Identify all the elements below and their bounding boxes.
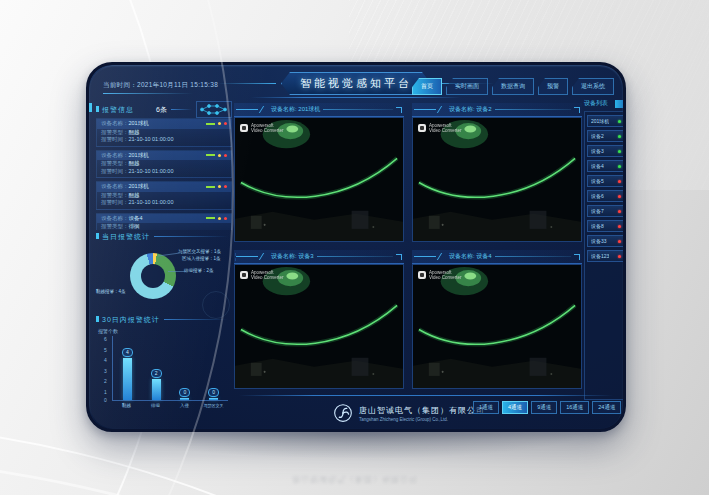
status-dot-offline xyxy=(618,195,621,198)
device-name: 设备3 xyxy=(591,148,604,154)
alarm-time-label: 报警时间： xyxy=(101,136,129,142)
nav-alert-button[interactable]: 预警 xyxy=(538,78,568,95)
company-logo-icon xyxy=(333,403,353,423)
ytick: 1 xyxy=(104,390,107,394)
video-feed[interactable]: Apowersoft Video Converter xyxy=(234,117,404,242)
bar-chart-categories: 翻越 徘徊 入侵 与禁区交叉 xyxy=(112,403,228,408)
status-dot-offline xyxy=(618,255,621,258)
alarm-severity-leds xyxy=(206,154,227,157)
device-item[interactable]: 设备6 xyxy=(587,190,625,202)
device-item[interactable]: 设备7 xyxy=(587,205,625,217)
alarm-type-label: 报警类型： xyxy=(101,129,129,135)
watermark-line2: Video Converter xyxy=(429,275,461,280)
donut-callout-line xyxy=(158,252,180,256)
device-name: 设备5 xyxy=(591,178,604,184)
video-frame-art xyxy=(413,265,581,388)
nav-query-button[interactable]: 数据查询 xyxy=(492,78,534,95)
nav-home-button[interactable]: 首页 xyxy=(412,78,442,95)
video-tile-1[interactable]: 设备名称: 201球机 xyxy=(234,103,404,242)
device-name: 设备8 xyxy=(591,223,604,229)
channel-4-button[interactable]: 4通道 xyxy=(502,401,528,414)
device-item[interactable]: 设备8 xyxy=(587,220,625,232)
today-stats-header: 当日报警统计 xyxy=(96,230,232,243)
alarm-severity-leds xyxy=(206,217,227,220)
title-wing-left xyxy=(218,83,276,84)
alarm-time-value: 21-10-10 01:00:00 xyxy=(129,199,174,205)
status-dot-online xyxy=(618,150,621,153)
monthly-stats-title: 30日内报警统计 xyxy=(96,315,160,325)
video-tile-header: 设备名称: 设备2 xyxy=(412,103,582,117)
monthly-alarm-bar-chart: 6 5 4 3 2 1 0 4 2 0 0 xyxy=(112,336,228,401)
video-feed[interactable]: Apowersoft Video Converter xyxy=(234,264,404,389)
device-name: 设备7 xyxy=(591,208,604,214)
bar-slot: 0 xyxy=(200,336,228,400)
alarm-type-label: 报警类型： xyxy=(101,192,129,198)
bar-value: 4 xyxy=(122,348,133,357)
alarm-type-label: 报警类型： xyxy=(101,160,129,166)
section-line xyxy=(154,236,228,237)
bar-slot: 0 xyxy=(171,336,199,400)
status-dot-online xyxy=(618,120,621,123)
device-item[interactable]: 201球机 xyxy=(587,115,625,127)
device-name: 设备2 xyxy=(591,133,604,139)
device-name: 201球机 xyxy=(591,118,609,124)
device-item[interactable]: 设备123 xyxy=(587,250,625,262)
channel-16-button[interactable]: 16通道 xyxy=(560,401,589,414)
video-frame-art xyxy=(235,118,403,241)
alarm-entry[interactable]: 设备名称：201球机 报警类型：翻越 报警时间：21-10-10 01:00:0… xyxy=(96,150,232,179)
nav-live-button[interactable]: 实时画面 xyxy=(446,78,488,95)
device-item[interactable]: 设备2 xyxy=(587,130,625,142)
video-watermark: Apowersoft Video Converter xyxy=(240,123,283,133)
device-item[interactable]: 设备3 xyxy=(587,145,625,157)
device-panel-tab-chip[interactable] xyxy=(615,100,626,108)
video-tile-2[interactable]: 设备名称: 设备2 xyxy=(412,103,582,242)
bar-category: 翻越 xyxy=(113,403,141,408)
device-item[interactable]: 设备4 xyxy=(587,160,625,172)
company-name-en: Tangshan Zhicheng Electric (Group) Co.,L… xyxy=(359,417,485,422)
bar-category: 与禁区交叉 xyxy=(200,403,228,408)
channel-9-button[interactable]: 9通道 xyxy=(531,401,557,414)
section-line xyxy=(164,319,228,320)
video-tile-title: 设备名称: 设备4 xyxy=(449,252,492,261)
video-frame-art xyxy=(235,265,403,388)
video-tile-3[interactable]: 设备名称: 设备3 xyxy=(234,250,404,389)
dashboard-screen: 当前时间：2021年10月11日 15:15:38 智能视觉感知平台 首页 实时… xyxy=(86,62,626,432)
monthly-stats-header: 30日内报警统计 xyxy=(96,313,232,326)
donut-chart xyxy=(130,253,176,299)
alarm-entry[interactable]: 设备名称：201球机 报警类型：翻越 报警时间：21-10-10 01:00:0… xyxy=(96,118,232,147)
device-item[interactable]: 设备33 xyxy=(587,235,625,247)
video-tile-title: 设备名称: 201球机 xyxy=(271,105,320,114)
ytick: 2 xyxy=(104,379,107,383)
alarm-type-value: 翻越 xyxy=(129,192,140,198)
channel-switcher: 1通道 4通道 9通道 16通道 24通道 xyxy=(473,401,621,414)
device-panel-title: 设备列表 xyxy=(584,99,608,108)
watermark-logo-icon xyxy=(240,124,248,132)
channel-24-button[interactable]: 24通道 xyxy=(592,401,621,414)
device-item[interactable]: 设备5 xyxy=(587,175,625,187)
ytick: 0 xyxy=(104,398,107,402)
alarm-type-value: 翻越 xyxy=(129,160,140,166)
watermark-logo-icon xyxy=(418,124,426,132)
alarm-device-value: 201球机 xyxy=(129,183,149,189)
alarm-count-badge: 6条 xyxy=(156,105,167,115)
device-name: 设备33 xyxy=(591,238,607,244)
nav-exit-button[interactable]: 退出系统 xyxy=(572,78,614,95)
alarm-entry[interactable]: 设备名称：设备4 报警类型：徘徊 报警时间：21-10-10 00:00:00 xyxy=(96,213,232,231)
edge-accent xyxy=(89,103,92,112)
header-deco-line xyxy=(103,93,193,94)
channel-1-button[interactable]: 1通道 xyxy=(473,401,499,414)
alarm-entry[interactable]: 设备名称：201球机 报警类型：翻越 报警时间：21-10-10 01:00:0… xyxy=(96,181,232,210)
bar-category: 入侵 xyxy=(171,403,199,408)
video-tile-4[interactable]: 设备名称: 设备4 xyxy=(412,250,582,389)
video-feed[interactable]: Apowersoft Video Converter xyxy=(412,117,582,242)
status-dot-online xyxy=(618,135,621,138)
company-name-cn: 唐山智诚电气（集团）有限公司 xyxy=(359,405,485,416)
top-nav: 首页 实时画面 数据查询 预警 退出系统 xyxy=(412,78,614,95)
bar-chart-ylabel: 报警个数 xyxy=(98,328,232,334)
video-tile-title: 设备名称: 设备3 xyxy=(271,252,314,261)
donut-label-crossing: 与禁区交叉报警：1条 xyxy=(178,249,221,254)
donut-label-climbing: 翻越报警：4条 xyxy=(96,289,126,294)
video-feed[interactable]: Apowersoft Video Converter xyxy=(412,264,582,389)
alarm-list: 设备名称：201球机 报警类型：翻越 报警时间：21-10-10 01:00:0… xyxy=(96,118,232,230)
device-list: 201球机 设备2 设备3 设备4 设备5 设备6 设备7 设备8 设备33 设… xyxy=(584,111,626,400)
